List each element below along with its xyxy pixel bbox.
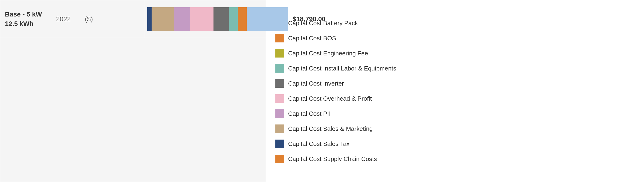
row-labels: Base - 5 kW12.5 kWh 2022 ($) — [0, 0, 145, 38]
legend-swatch-overhead-profit — [276, 94, 284, 103]
legend-label-install-labor: Capital Cost Install Labor & Equipments — [288, 65, 396, 72]
legend-label-sales-tax: Capital Cost Sales Tax — [288, 140, 350, 148]
legend-label-pii: Capital Cost PII — [288, 110, 331, 117]
legend-swatch-engineering-fee — [276, 49, 284, 58]
legend-swatch-supply-chain — [276, 155, 284, 163]
legend-item-pii: Capital Cost PII — [276, 109, 634, 118]
legend-item-engineering-fee: Capital Cost Engineering Fee — [276, 49, 634, 58]
chart-panel: Base - 5 kW12.5 kWh 2022 ($) $18,790.00 — [0, 0, 266, 182]
bar-area: $18,790.00 — [145, 0, 328, 38]
total-label: $18,790.00 — [292, 15, 326, 23]
data-row: Base - 5 kW12.5 kWh 2022 ($) $18,790.00 — [0, 0, 266, 38]
bar-segment-inverter — [214, 7, 229, 31]
legend-item-sales-marketing: Capital Cost Sales & Marketing — [276, 124, 634, 133]
legend-label-inverter: Capital Cost Inverter — [288, 80, 344, 87]
legend-item-inverter: Capital Cost Inverter — [276, 79, 634, 88]
legend-item-overhead-profit: Capital Cost Overhead & Profit — [276, 94, 634, 103]
legend-item-install-labor: Capital Cost Install Labor & Equipments — [276, 64, 634, 73]
bar-segment-battery-pack — [247, 7, 288, 31]
bar-segment-sales-tax — [147, 7, 152, 31]
legend-swatch-pii — [276, 109, 284, 118]
legend-label-supply-chain: Capital Cost Supply Chain Costs — [288, 155, 377, 163]
legend-label-overhead-profit: Capital Cost Overhead & Profit — [288, 95, 372, 102]
legend-label-engineering-fee: Capital Cost Engineering Fee — [288, 50, 368, 57]
legend-swatch-sales-tax — [276, 139, 284, 148]
bar-segment-sales-marketing — [152, 7, 174, 31]
bar-segment-pii — [174, 7, 190, 31]
legend-label-sales-marketing: Capital Cost Sales & Marketing — [288, 125, 373, 132]
year-label: 2022 — [56, 15, 70, 23]
legend-item-bos: Capital Cost BOS — [276, 34, 634, 43]
bar-segment-install-labor — [229, 7, 238, 31]
legend-item-sales-tax: Capital Cost Sales Tax — [276, 139, 634, 148]
main-container: Base - 5 kW12.5 kWh 2022 ($) $18,790.00 … — [0, 0, 644, 182]
base-label: Base - 5 kW12.5 kWh — [5, 10, 42, 28]
stacked-bar — [147, 7, 288, 31]
legend-item-supply-chain: Capital Cost Supply Chain Costs — [276, 155, 634, 163]
bar-segment-overhead-profit — [190, 7, 214, 31]
legend-swatch-install-labor — [276, 64, 284, 73]
bar-segment-supply-chain — [238, 7, 247, 31]
legend-swatch-sales-marketing — [276, 124, 284, 133]
unit-label: ($) — [85, 15, 93, 23]
legend-item-battery-pack: Capital Cost Battery Pack — [276, 19, 634, 27]
legend-swatch-inverter — [276, 79, 284, 88]
